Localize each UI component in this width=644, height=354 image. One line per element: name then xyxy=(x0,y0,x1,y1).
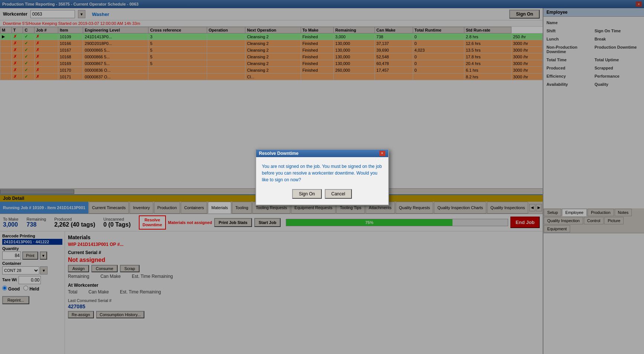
modal-body: You are not signed on the job. You must … xyxy=(256,157,388,205)
resolve-downtime-modal: Resolve Downtime × You are not signed on… xyxy=(255,149,389,205)
modal-buttons: Sign On Cancel xyxy=(262,189,382,199)
modal-message: You are not signed on the job. You must … xyxy=(262,163,382,183)
modal-title-bar: Resolve Downtime × xyxy=(256,150,388,157)
modal-close-button[interactable]: × xyxy=(379,151,385,156)
modal-sign-on-button[interactable]: Sign On xyxy=(292,189,321,199)
modal-cancel-button[interactable]: Cancel xyxy=(325,189,352,199)
modal-overlay: Resolve Downtime × You are not signed on… xyxy=(0,0,644,354)
modal-title: Resolve Downtime xyxy=(259,151,299,156)
